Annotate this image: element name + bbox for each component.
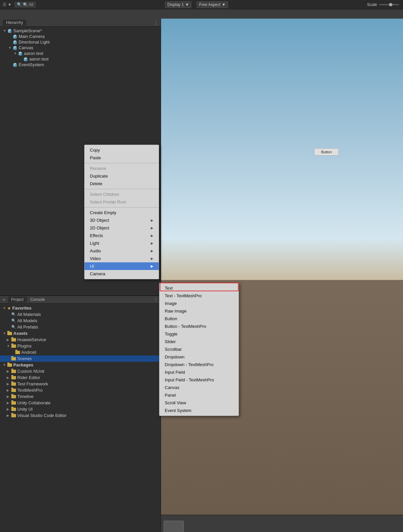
cm-3d-object[interactable]: 3D Object ▶ bbox=[85, 216, 159, 224]
scale-slider[interactable] bbox=[379, 4, 399, 5]
pkg-testframework[interactable]: ▶ Test Framework bbox=[0, 381, 161, 387]
cm-sep-3 bbox=[85, 207, 159, 207]
sm-scrollview[interactable]: Scroll View bbox=[159, 399, 239, 407]
pkg-timeline[interactable]: ▶ Timeline bbox=[0, 393, 161, 400]
assets-huaweiservice[interactable]: ▶ HuaweiService bbox=[0, 336, 161, 343]
sm-buttontextmeshpro-label: Button - TextMeshPro bbox=[165, 324, 206, 329]
scene-thumbnail[interactable]: SampleSc... bbox=[164, 521, 184, 532]
cm-create-empty[interactable]: Create Empty bbox=[85, 209, 159, 216]
more-icon: ⋮ bbox=[153, 20, 158, 25]
sm-button-textmeshpro[interactable]: Button - TextMeshPro bbox=[159, 323, 239, 330]
submenu-arrow: ▶ bbox=[151, 241, 153, 245]
assets-plugins[interactable]: ▼ Plugins bbox=[0, 343, 161, 349]
assets-android[interactable]: Android bbox=[0, 349, 161, 355]
favorites-section[interactable]: ▼ ★ Favorites bbox=[0, 305, 161, 311]
cm-video[interactable]: Video ▶ bbox=[85, 255, 159, 262]
sm-eventsystem[interactable]: Event System bbox=[159, 407, 239, 414]
sm-button[interactable]: Button bbox=[159, 315, 239, 323]
sm-eventsystem-label: Event System bbox=[165, 408, 191, 413]
hierarchy-item-canvas[interactable]: ▼ Canvas bbox=[0, 45, 161, 51]
pkg-ridereditor[interactable]: ▶ Rider Editor bbox=[0, 374, 161, 381]
sm-dropdown-textmeshpro[interactable]: Dropdown - TextMeshPro bbox=[159, 361, 239, 368]
cm-duplicate[interactable]: Duplicate bbox=[85, 172, 159, 180]
favorites-prefabs[interactable]: 🔍 All Prefabs bbox=[0, 324, 161, 330]
add-button[interactable]: + bbox=[3, 297, 5, 302]
panel-more-button[interactable]: ⋮ bbox=[153, 297, 158, 302]
sm-inputfield-textmeshpro[interactable]: Input Field - TextMeshPro bbox=[159, 376, 239, 384]
scene-thumbnail-bar: SampleSc... bbox=[161, 515, 403, 532]
assets-scenes[interactable]: Scenes bbox=[0, 355, 161, 362]
favorites-models[interactable]: 🔍 All Models bbox=[0, 318, 161, 324]
dropdown-arrow[interactable]: ▼ bbox=[8, 2, 12, 7]
cm-audio[interactable]: Audio ▶ bbox=[85, 247, 159, 255]
favorites-materials[interactable]: 🔍 All Materials bbox=[0, 311, 161, 318]
submenu-arrow: ▶ bbox=[151, 218, 153, 222]
hierarchy-item-aarontest1[interactable]: ▼ aaron test bbox=[0, 51, 161, 56]
sm-scrollbar[interactable]: Scrollbar bbox=[159, 345, 239, 353]
scale-control: Scale bbox=[367, 2, 399, 7]
sm-image[interactable]: Image bbox=[159, 300, 239, 307]
folder-icon bbox=[11, 395, 16, 398]
tab-project[interactable]: Project bbox=[8, 297, 27, 303]
search-icon: 🔍 bbox=[11, 312, 16, 317]
section-arrow: ▼ bbox=[3, 306, 7, 310]
item-label: Timeline bbox=[17, 394, 34, 399]
sm-scrollview-label: Scroll View bbox=[165, 400, 186, 405]
folder-icon bbox=[7, 332, 12, 335]
folder-icon bbox=[11, 389, 16, 392]
aspect-dropdown[interactable]: Free Aspect ▼ bbox=[197, 1, 228, 8]
sm-toggle[interactable]: Toggle bbox=[159, 330, 239, 338]
packages-section[interactable]: ▼ Packages bbox=[0, 362, 161, 368]
tab-project-label: Project bbox=[11, 297, 24, 302]
hierarchy-item-maincamera[interactable]: Main Camera bbox=[0, 34, 161, 39]
pkg-textmeshpro[interactable]: ▶ TextMeshPro bbox=[0, 387, 161, 393]
cm-effects[interactable]: Effects ▶ bbox=[85, 232, 159, 239]
hierarchy-item-samplescene[interactable]: ▼ SampleScene* bbox=[0, 28, 161, 34]
sm-canvas-label: Canvas bbox=[165, 385, 179, 390]
hierarchy-more-button[interactable]: ⋮ bbox=[153, 20, 158, 25]
cm-ui[interactable]: UI ▶ bbox=[85, 262, 159, 270]
sm-canvas[interactable]: Canvas bbox=[159, 384, 239, 391]
sm-text-textmeshpro[interactable]: Text - TextMeshPro bbox=[159, 292, 239, 300]
aspect-arrow: ▼ bbox=[222, 2, 226, 7]
folder-icon bbox=[11, 376, 16, 379]
sm-panel[interactable]: Panel bbox=[159, 391, 239, 399]
cm-light[interactable]: Light ▶ bbox=[85, 239, 159, 247]
tab-console[interactable]: Console bbox=[27, 297, 48, 303]
sm-dropdown[interactable]: Dropdown bbox=[159, 353, 239, 361]
hamburger-icon[interactable]: ☰ bbox=[3, 2, 6, 7]
display-dropdown[interactable]: Display 1 ▼ bbox=[165, 1, 191, 8]
hierarchy-tab-label: Hierarchy bbox=[6, 20, 23, 25]
cube-icon bbox=[13, 63, 17, 67]
arrow: ▶ bbox=[7, 376, 11, 379]
sm-slider[interactable]: Slider bbox=[159, 338, 239, 345]
sm-raw-image[interactable]: Raw Image bbox=[159, 307, 239, 315]
cm-copy[interactable]: Copy bbox=[85, 146, 159, 154]
cm-paste[interactable]: Paste bbox=[85, 154, 159, 162]
search-bar[interactable]: 🔍 🔍 All bbox=[14, 2, 36, 8]
sm-image-label: Image bbox=[165, 301, 177, 306]
sm-inputfield[interactable]: Input Field bbox=[159, 368, 239, 376]
cm-delete[interactable]: Delete bbox=[85, 180, 159, 188]
assets-section[interactable]: ▼ Assets bbox=[0, 330, 161, 336]
arrow: ▶ bbox=[7, 395, 11, 398]
arrow: ▼ bbox=[7, 344, 11, 348]
search-label: 🔍 All bbox=[23, 2, 33, 7]
cm-camera[interactable]: Camera bbox=[85, 270, 159, 278]
pkg-customnunit[interactable]: ▶ Custom NUnit bbox=[0, 368, 161, 374]
hierarchy-tab[interactable]: Hierarchy bbox=[3, 20, 26, 26]
pkg-unitycollaborate[interactable]: ▶ Unity Collaborate bbox=[0, 400, 161, 406]
hierarchy-item-directionallight[interactable]: Directional Light bbox=[0, 39, 161, 45]
hierarchy-item-aarontest2[interactable]: aaron test bbox=[0, 56, 161, 62]
scale-slider-handle[interactable] bbox=[389, 3, 392, 6]
hierarchy-item-eventsystem[interactable]: EventSystem bbox=[0, 62, 161, 67]
pkg-vscodeeditor[interactable]: ▶ Visual Studio Code Editor bbox=[0, 412, 161, 419]
cm-2dobject-label: 2D Object bbox=[90, 225, 109, 230]
star-icon: ★ bbox=[7, 306, 11, 311]
sm-text[interactable]: Text bbox=[159, 284, 239, 292]
item-label: Android bbox=[21, 350, 36, 355]
pkg-unityui[interactable]: ▶ Unity UI bbox=[0, 406, 161, 412]
cm-select-children: Select Children bbox=[85, 191, 159, 198]
arrow: ▶ bbox=[7, 388, 11, 392]
cm-2d-object[interactable]: 2D Object ▶ bbox=[85, 224, 159, 232]
